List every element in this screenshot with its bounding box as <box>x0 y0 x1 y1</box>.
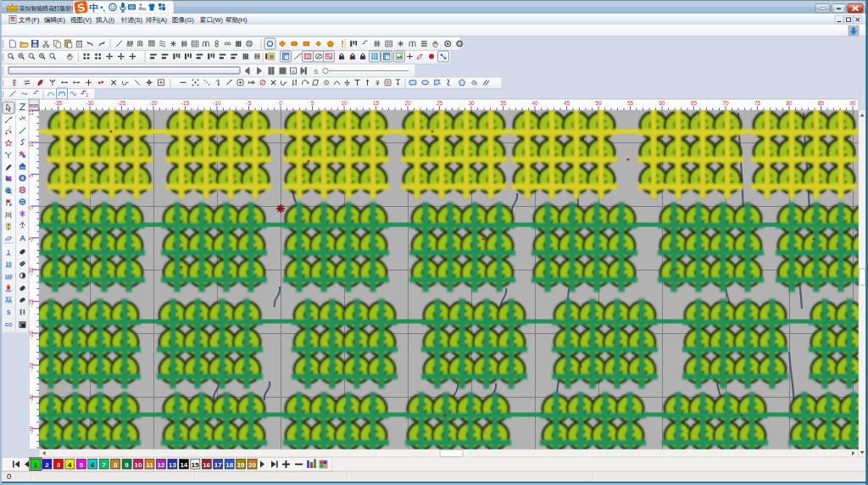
svg-text:20: 20 <box>404 100 411 106</box>
svg-text:9: 9 <box>125 461 129 469</box>
svg-text:S: S <box>7 309 11 315</box>
svg-text:80: 80 <box>786 100 793 106</box>
svg-text:3: 3 <box>57 461 61 469</box>
svg-text:15: 15 <box>192 461 199 469</box>
svg-text:-15: -15 <box>28 298 34 307</box>
svg-text:窗口(W): 窗口(W) <box>200 16 224 24</box>
svg-text:-20: -20 <box>149 100 158 106</box>
svg-text:-30: -30 <box>86 100 94 106</box>
svg-text:10: 10 <box>28 141 34 148</box>
svg-text:8: 8 <box>114 461 118 469</box>
svg-text:插入(I): 插入(I) <box>96 16 115 24</box>
svg-text:45: 45 <box>564 100 570 106</box>
svg-text:-10: -10 <box>28 267 34 276</box>
svg-text:75: 75 <box>754 100 761 106</box>
svg-text:-5: -5 <box>247 100 252 106</box>
svg-text:S: S <box>13 81 16 86</box>
svg-text:12: 12 <box>157 461 164 469</box>
svg-text:6: 6 <box>91 461 95 469</box>
svg-text:文件(F): 文件(F) <box>19 16 40 24</box>
svg-text:5: 5 <box>80 461 84 469</box>
svg-text:10: 10 <box>5 261 12 267</box>
svg-text:55: 55 <box>627 100 634 106</box>
svg-text:15: 15 <box>373 100 380 106</box>
svg-text:编辑(E): 编辑(E) <box>44 16 66 24</box>
svg-text:2: 2 <box>86 93 88 98</box>
svg-text:10: 10 <box>135 461 142 469</box>
svg-text:0: 0 <box>28 206 34 209</box>
svg-text:针迹(S): 针迹(S) <box>120 16 143 24</box>
svg-text:5: 5 <box>28 174 34 177</box>
svg-text:GO: GO <box>5 322 13 327</box>
svg-text:0: 0 <box>7 471 11 481</box>
svg-text:15: 15 <box>28 109 34 116</box>
svg-text:图像(G): 图像(G) <box>172 16 194 24</box>
svg-text:18: 18 <box>225 461 233 469</box>
svg-text:10: 10 <box>341 100 348 106</box>
svg-text:85: 85 <box>818 100 825 106</box>
svg-text:14: 14 <box>180 461 187 469</box>
svg-text:25: 25 <box>437 100 443 106</box>
svg-text:60: 60 <box>659 100 665 106</box>
svg-text:50: 50 <box>595 100 602 106</box>
svg-text:-15: -15 <box>181 100 190 106</box>
svg-text:30: 30 <box>468 100 475 106</box>
svg-text:1: 1 <box>34 461 38 469</box>
svg-text:90: 90 <box>849 100 856 106</box>
svg-text:中: 中 <box>89 3 98 13</box>
svg-text:*,: *, <box>100 4 105 13</box>
svg-text:-35: -35 <box>54 100 63 106</box>
svg-text:-5: -5 <box>28 237 34 242</box>
svg-text:17: 17 <box>214 461 222 469</box>
svg-text:35: 35 <box>500 100 507 106</box>
svg-text:65: 65 <box>691 100 698 106</box>
svg-text:100: 100 <box>4 274 12 279</box>
svg-text:11: 11 <box>146 461 153 469</box>
svg-text:帮助(H): 帮助(H) <box>225 16 248 24</box>
svg-text:S: S <box>314 68 318 75</box>
svg-text:Q: Q <box>7 189 10 193</box>
svg-text:4: 4 <box>68 461 72 469</box>
svg-text:5: 5 <box>311 100 314 106</box>
svg-text:19: 19 <box>237 461 245 469</box>
svg-text:70: 70 <box>722 100 729 106</box>
svg-text:13: 13 <box>169 461 176 469</box>
svg-text:视图(V): 视图(V) <box>70 16 92 24</box>
svg-text:16: 16 <box>203 461 210 469</box>
svg-text:A: A <box>21 176 25 181</box>
svg-text:A: A <box>19 234 25 242</box>
svg-text:-25: -25 <box>118 100 126 106</box>
svg-text:2: 2 <box>45 461 49 469</box>
svg-text:排列(A): 排列(A) <box>146 16 168 24</box>
svg-text:0: 0 <box>279 100 282 106</box>
svg-text:7: 7 <box>102 461 106 469</box>
svg-text:mm: mm <box>30 103 39 109</box>
svg-text:20: 20 <box>248 461 256 469</box>
svg-text:富怡智能绣花打版软件: 富怡智能绣花打版软件 <box>19 5 77 12</box>
svg-text:-10: -10 <box>213 100 221 106</box>
svg-text:1: 1 <box>7 249 10 255</box>
svg-text:40: 40 <box>531 100 538 106</box>
